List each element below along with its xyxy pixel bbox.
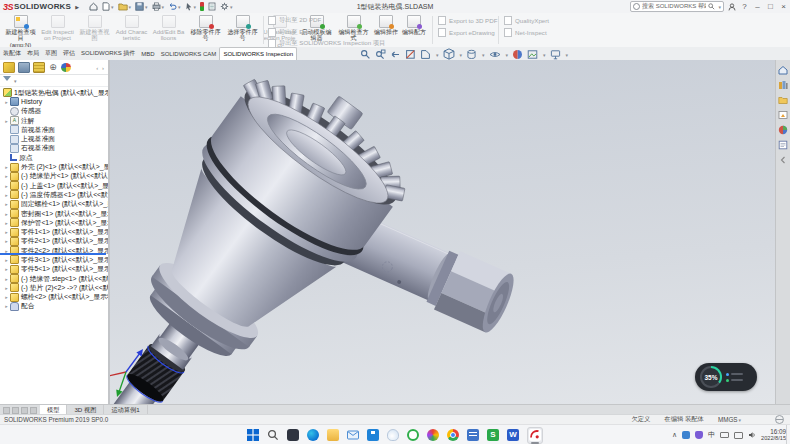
- tree-item[interactable]: ▸ 零件2<1> (默认<<默认>_显示状: [0, 237, 108, 246]
- task-view-icon[interactable]: [287, 429, 299, 441]
- display-style-dropdown-icon[interactable]: [481, 51, 485, 58]
- colorful-browser-icon[interactable]: [427, 429, 439, 441]
- tray-volume-icon[interactable]: [748, 431, 756, 439]
- filter-dropdown-icon[interactable]: [13, 77, 17, 84]
- featuremanager-tab-icon[interactable]: [3, 62, 15, 73]
- taskbar-search-icon[interactable]: [267, 429, 279, 441]
- appearances-scenes-icon[interactable]: [778, 125, 788, 135]
- ribbon-button[interactable]: 新建检查项目 (amp;N): [2, 13, 39, 47]
- units-dropdown-icon[interactable]: [737, 416, 741, 423]
- ribbon-button[interactable]: Edit Inspection Project: [39, 13, 76, 47]
- status-globe-icon[interactable]: [775, 415, 784, 424]
- tree-item[interactable]: 前视基准面: [0, 125, 108, 134]
- expand-arrow-icon[interactable]: ▸: [3, 164, 10, 170]
- propertymanager-tab-icon[interactable]: [18, 62, 30, 73]
- view-settings-icon[interactable]: [550, 49, 561, 60]
- tree-item[interactable]: ▸ 固定螺栓<1> (默认<<默认>_显示: [0, 200, 108, 209]
- tree-item[interactable]: ▸ 零件3<1> (默认<<默认>_显示状: [0, 255, 108, 264]
- word-icon[interactable]: [507, 429, 519, 441]
- scene-dropdown-icon[interactable]: [542, 51, 546, 58]
- tray-keyboard-icon[interactable]: [720, 432, 729, 438]
- file-properties-icon[interactable]: [208, 1, 216, 12]
- view-settings-dropdown-icon[interactable]: [565, 51, 569, 58]
- configurationmanager-tab-icon[interactable]: [33, 62, 45, 73]
- expand-arrow-icon[interactable]: ▸: [3, 220, 10, 226]
- chrome-icon[interactable]: [447, 429, 459, 441]
- reader-app-icon[interactable]: [467, 429, 479, 441]
- expand-arrow-icon[interactable]: ▸: [3, 201, 10, 207]
- help-button[interactable]: [740, 2, 749, 11]
- solidworks-taskbar-icon-active[interactable]: [527, 427, 543, 444]
- ribbon-tab[interactable]: 布局: [24, 47, 42, 60]
- microsoft-store-icon[interactable]: [367, 429, 379, 441]
- expand-arrow-icon[interactable]: ▸: [3, 238, 10, 244]
- tree-item[interactable]: 原点: [0, 153, 108, 162]
- pane-collapse-icon[interactable]: [778, 155, 788, 165]
- home-icon[interactable]: [89, 1, 98, 12]
- hide-show-items-icon[interactable]: [489, 49, 501, 60]
- dynamic-annotation-icon[interactable]: [420, 49, 431, 60]
- custom-properties-icon[interactable]: [778, 140, 788, 150]
- ribbon-tab[interactable]: SOLIDWORKS 插件: [78, 47, 138, 60]
- filter-funnel-icon[interactable]: [3, 76, 11, 85]
- ribbon-tab[interactable]: 评估: [60, 47, 78, 60]
- expand-arrow-icon[interactable]: ▸: [3, 118, 10, 124]
- export-menu-item[interactable]: 导出至 2D PDF: [268, 16, 385, 25]
- displaymanager-tab-icon[interactable]: [61, 63, 71, 72]
- solidworks-resources-icon[interactable]: [778, 65, 788, 75]
- ribbon-tab[interactable]: 装配体: [0, 47, 24, 60]
- search-icon[interactable]: [708, 3, 715, 10]
- file-explorer-icon[interactable]: [778, 95, 788, 105]
- tree-item[interactable]: ▸ History: [0, 97, 108, 106]
- menu-expand-icon[interactable]: ▶: [75, 4, 79, 10]
- recorder-control-row[interactable]: [726, 379, 743, 382]
- expand-arrow-icon[interactable]: ▸: [3, 211, 10, 217]
- options-gear-icon[interactable]: [220, 1, 233, 12]
- dimxpertmanager-tab-icon[interactable]: ⊕: [48, 63, 58, 72]
- user-account-icon[interactable]: [728, 3, 736, 11]
- tree-item[interactable]: 上视基准面: [0, 134, 108, 143]
- graphics-viewport[interactable]: 35%: [110, 60, 790, 404]
- cloud-app-icon[interactable]: [387, 429, 399, 441]
- ime-indicator[interactable]: 中: [708, 430, 715, 440]
- zoom-to-area-icon[interactable]: [375, 49, 386, 60]
- expand-arrow-icon[interactable]: ▸: [3, 183, 10, 189]
- tree-root-item[interactable]: 1型铠装热电偶 (默认<默认_显示状态-1: [0, 88, 108, 97]
- show-desktop-button[interactable]: [786, 425, 790, 444]
- expand-arrow-icon[interactable]: ▸: [3, 276, 10, 282]
- ribbon-button[interactable]: Add/Edit Balloons: [150, 13, 187, 47]
- tree-item[interactable]: ▸ 密封圈<1> (默认<<默认>_显示状: [0, 209, 108, 218]
- tree-item[interactable]: ▸ 配合: [0, 302, 108, 311]
- expand-arrow-icon[interactable]: ▸: [3, 257, 10, 263]
- mail-icon[interactable]: [347, 429, 359, 441]
- restore-button[interactable]: [766, 2, 775, 11]
- expand-arrow-icon[interactable]: ▸: [3, 285, 10, 291]
- green-browser-icon[interactable]: [407, 429, 419, 441]
- tree-item[interactable]: ▸ 保护管<1> (默认<<默认>_显示状: [0, 218, 108, 227]
- view-orientation-icon[interactable]: [443, 48, 455, 60]
- ribbon-button[interactable]: Add Characteristic: [113, 13, 150, 47]
- start-button-icon[interactable]: [247, 429, 259, 441]
- status-item[interactable]: 欠定义: [631, 415, 650, 424]
- previous-view-icon[interactable]: [390, 49, 401, 60]
- undo-icon[interactable]: [168, 1, 181, 12]
- tray-shield-icon[interactable]: [695, 431, 703, 439]
- file-explorer-taskbar-icon[interactable]: [327, 429, 339, 441]
- tray-app-icon[interactable]: [682, 431, 690, 439]
- close-button[interactable]: [779, 2, 788, 11]
- tree-item[interactable]: ▸ 零件5<1> (默认<<默认>_显示状: [0, 265, 108, 274]
- export-menu-item[interactable]: Net-Inspect: [504, 28, 549, 37]
- tree-item[interactable]: ▸ (-) 垫片 (2)<2> ->? (默认<<默认: [0, 283, 108, 292]
- ribbon-button[interactable]: 新建检查视图: [76, 13, 113, 47]
- status-item[interactable]: 在编辑 装配体: [664, 415, 704, 424]
- display-style-icon[interactable]: [466, 49, 477, 60]
- tree-item[interactable]: ▸ (-) 绝缘管.step<1> (默认<<默认: [0, 274, 108, 283]
- panel-split-bar[interactable]: [0, 253, 106, 255]
- hide-show-dropdown-icon[interactable]: [505, 51, 509, 58]
- search-input[interactable]: 搜索 SOLIDWORKS 帮助: [630, 1, 724, 12]
- tree-item[interactable]: ▸ 零件1<1> (默认<<默认>_显示状态: [0, 227, 108, 236]
- search-dropdown-icon[interactable]: [717, 3, 721, 10]
- rebuild-icon[interactable]: [200, 1, 204, 12]
- wps-icon[interactable]: [487, 429, 499, 441]
- expand-arrow-icon[interactable]: ▸: [3, 192, 10, 198]
